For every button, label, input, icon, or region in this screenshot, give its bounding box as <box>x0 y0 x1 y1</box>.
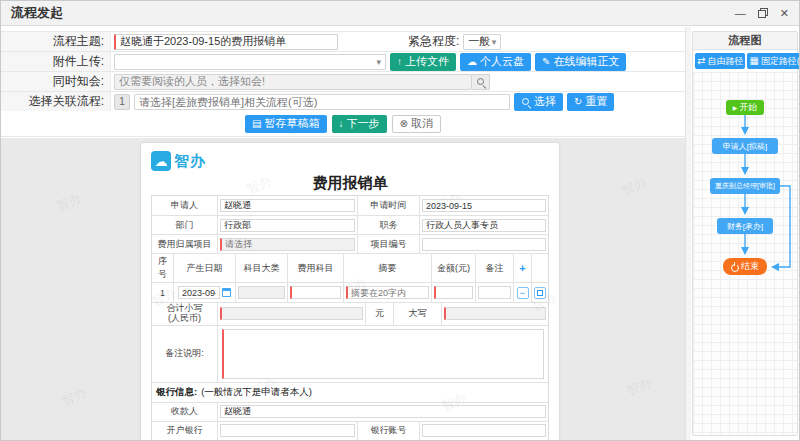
vertical-scrollbar[interactable] <box>685 27 691 441</box>
date-input[interactable] <box>178 286 220 299</box>
position-label: 职务 <box>358 216 420 234</box>
page-title: 流程发起 <box>11 4 63 22</box>
account-label: 银行账号 <box>358 422 420 440</box>
search-icon <box>476 77 486 87</box>
summary-input[interactable] <box>346 286 429 299</box>
applicant-label: 申请人 <box>152 196 218 215</box>
bank-section-row: 银行信息: (一般情况下是申请者本人) <box>152 382 548 402</box>
uppercase-amount-input[interactable] <box>444 307 546 320</box>
flow-node-applicant-label: 申请人[拟稿] <box>723 141 767 152</box>
project-no-input[interactable] <box>422 238 546 251</box>
notify-search-button[interactable] <box>472 74 490 90</box>
add-row-button[interactable]: + <box>519 262 525 274</box>
apply-time-label: 申请时间 <box>358 196 420 215</box>
reset-flow-label: 重置 <box>585 94 607 109</box>
restore-icon[interactable] <box>758 8 768 18</box>
apply-time-input[interactable] <box>422 199 546 212</box>
expense-table-header: 序号 产生日期 科目大类 费用科目 摘要 金额(元) 备注 + <box>152 253 548 282</box>
flow-node-end[interactable]: 结束 <box>723 258 767 275</box>
fixed-path-button[interactable]: ▦ 固定路径(1) <box>747 53 800 69</box>
related-flow-row: 选择关联流程: 1 选择 ↻ 重置 <box>1 92 685 112</box>
reset-flow-button[interactable]: ↻ 重置 <box>567 93 614 111</box>
related-flow-index: 1 <box>114 94 130 110</box>
bank-info-note: (一般情况下是申请者本人) <box>201 386 312 399</box>
app-window: 流程发起 — ✕ 流程主题: 紧急程度: 一般 ▾ 附件上传: <box>0 0 800 441</box>
total-amount-input[interactable] <box>220 307 363 320</box>
expense-form-card: ☁ 智办 费用报销单 申请人 申请时间 部门 职务 <box>141 143 559 441</box>
bank-info-label: 银行信息: <box>156 386 197 399</box>
calendar-icon[interactable] <box>222 288 231 297</box>
chevron-down-icon: ▾ <box>376 57 381 67</box>
payee-input[interactable] <box>220 405 546 418</box>
applicant-row: 申请人 申请时间 <box>152 196 548 215</box>
flow-node-start[interactable]: ▶ 开始 <box>726 100 764 115</box>
applicant-input[interactable] <box>220 199 355 212</box>
free-path-button[interactable]: ⇄ 自由路径 <box>695 53 745 69</box>
notify-row: 同时知会: <box>1 72 685 92</box>
copy-row-icon[interactable] <box>534 287 546 299</box>
personal-cloud-label: 个人云盘 <box>480 54 524 69</box>
flow-connectors <box>693 72 797 435</box>
document-title: 费用报销单 <box>151 173 549 195</box>
bank-name-label: 开户银行 <box>152 422 218 440</box>
remark-label: 备注说明: <box>152 326 218 382</box>
remark-textarea[interactable] <box>222 329 544 379</box>
upload-file-button[interactable]: ↑ 上传文件 <box>390 53 456 71</box>
uppercase-label: 大写 <box>394 303 442 325</box>
flow-panel-title: 流程图 <box>693 32 797 50</box>
col-date: 产生日期 <box>174 254 236 282</box>
urgency-select[interactable]: 一般 ▾ <box>463 34 501 50</box>
col-index: 序号 <box>152 254 174 282</box>
flow-node-end-label: 结束 <box>741 260 759 273</box>
attachment-select[interactable]: ▾ <box>114 54 386 70</box>
flow-node-manager-label: 重庆副总经理[审批] <box>715 181 775 191</box>
col-summary: 摘要 <box>344 254 432 282</box>
bank-account-row: 开户银行 银行账号 <box>152 421 548 440</box>
department-row: 部门 职务 <box>152 215 548 234</box>
document-workspace: ☁ 智办 费用报销单 申请人 申请时间 部门 职务 <box>1 138 685 441</box>
department-input[interactable] <box>220 219 355 232</box>
play-icon: ▶ <box>733 104 738 111</box>
grid-icon: ▦ <box>749 56 758 66</box>
row-index: 1 <box>152 283 174 302</box>
search-icon <box>521 97 531 107</box>
select-flow-button[interactable]: 选择 <box>514 93 563 111</box>
payee-row: 收款人 <box>152 402 548 421</box>
related-flow-input[interactable] <box>134 94 510 110</box>
position-input[interactable] <box>422 219 546 232</box>
app-logo: ☁ 智办 <box>151 149 549 173</box>
minimize-icon[interactable]: — <box>735 8 746 19</box>
chevron-down-icon: ▾ <box>492 37 497 47</box>
flow-node-finance[interactable]: 财务[承办] <box>717 218 773 234</box>
subject-select-input[interactable] <box>290 286 341 299</box>
swap-arrows-icon: ⇄ <box>697 56 705 66</box>
next-step-button[interactable]: ↓ 下一步 <box>332 115 387 133</box>
free-path-label: 自由路径 <box>707 55 743 68</box>
amount-input[interactable] <box>434 286 473 299</box>
notify-input[interactable] <box>114 74 472 90</box>
bank-name-input[interactable] <box>220 424 355 437</box>
project-no-label: 项目编号 <box>358 235 420 253</box>
cancel-button[interactable]: ⊗ 取消 <box>392 115 441 133</box>
close-icon[interactable]: ✕ <box>780 8 789 19</box>
cancel-label: 取消 <box>411 116 433 131</box>
attachment-label: 附件上传: <box>1 52 111 71</box>
down-arrow-icon: ↓ <box>339 119 344 129</box>
col-subject: 费用科目 <box>288 254 344 282</box>
personal-cloud-button[interactable]: ☁ 个人云盘 <box>460 53 531 71</box>
account-input[interactable] <box>422 424 546 437</box>
online-edit-button[interactable]: ✎ 在线编辑正文 <box>535 53 626 71</box>
project-select-input[interactable] <box>220 238 355 251</box>
row-remark-input[interactable] <box>478 286 511 299</box>
subject-input[interactable] <box>114 34 338 50</box>
flow-diagram-panel: 流程图 ⇄ 自由路径 ▦ 固定路径(1) <box>692 31 798 436</box>
category-input[interactable] <box>238 286 285 299</box>
watermark: 智办 <box>58 383 89 410</box>
flow-node-manager[interactable]: 重庆副总经理[审批] <box>710 178 780 194</box>
remove-row-button[interactable]: − <box>517 287 529 299</box>
expense-form-grid: 申请人 申请时间 部门 职务 费用归属项目 项目编号 <box>151 195 549 441</box>
flow-node-finance-label: 财务[承办] <box>727 221 763 232</box>
save-draft-button[interactable]: ▤ 暂存草稿箱 <box>245 115 326 133</box>
subject-label: 流程主题: <box>1 32 111 51</box>
flow-node-applicant[interactable]: 申请人[拟稿] <box>712 138 778 154</box>
